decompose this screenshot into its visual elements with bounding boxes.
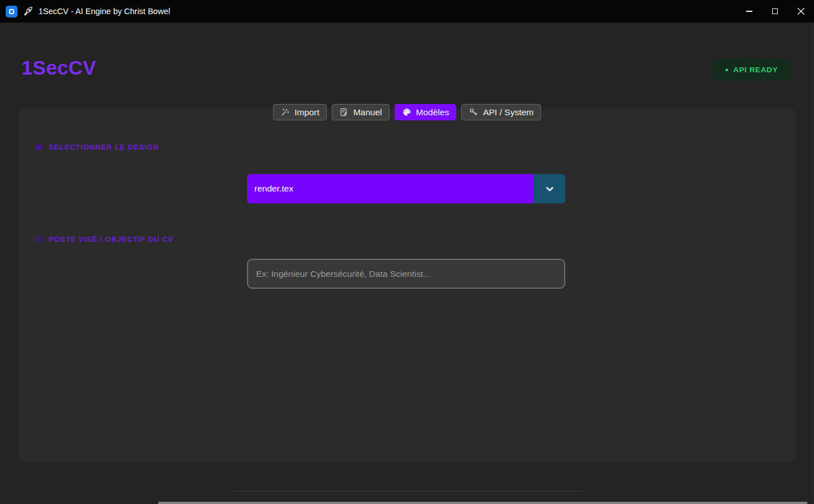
minimize-button[interactable] <box>736 0 762 23</box>
app-logo: 1SecCV <box>21 57 96 79</box>
design-select-dropdown-button[interactable] <box>534 174 565 203</box>
tab-api-system[interactable]: API / System <box>461 104 541 120</box>
design-select[interactable]: render.tex <box>247 174 565 203</box>
window-title: 1SecCV - AI Engine by Christ Bowel <box>38 7 170 16</box>
memo-icon <box>339 107 349 117</box>
objective-input[interactable] <box>247 259 565 289</box>
tab-modeles[interactable]: Modèles <box>395 104 457 120</box>
api-status-label: API READY <box>733 66 778 74</box>
status-dot-icon: ● <box>725 67 729 73</box>
titlebar-left: 1SecCV - AI Engine by Christ Bowel <box>0 6 170 18</box>
window-controls <box>736 0 814 23</box>
minimize-icon <box>746 11 752 12</box>
objective-label-text: POSTE VISÉ / OBJECTIF DU CV <box>49 235 174 244</box>
palette-icon <box>402 107 412 117</box>
tab-label: API / System <box>483 107 534 118</box>
horizontal-scrollbar-thumb[interactable] <box>158 502 807 504</box>
close-button[interactable] <box>788 0 814 23</box>
tab-label: Modèles <box>416 107 449 118</box>
target-icon <box>34 234 44 244</box>
palette-icon <box>34 142 44 152</box>
page: 1SecCV ● API READY Import <box>0 23 814 504</box>
magic-wand-icon <box>280 107 290 117</box>
app-window: 1SecCV - AI Engine by Christ Bowel 1SecC… <box>0 0 814 504</box>
tab-manuel[interactable]: Manuel <box>332 104 389 120</box>
tab-label: Import <box>295 107 319 118</box>
tab-import[interactable]: Import <box>273 104 327 120</box>
maximize-button[interactable] <box>762 0 788 23</box>
content-card: SÉLECTIONNER LE DESIGN render.tex POSTE … <box>18 108 796 462</box>
close-icon <box>798 8 804 15</box>
design-select-value[interactable]: render.tex <box>247 174 534 203</box>
chevron-down-icon <box>544 183 556 195</box>
tabbar: Import Manuel <box>0 104 814 120</box>
app-icon <box>6 6 18 18</box>
objective-section-label: POSTE VISÉ / OBJECTIF DU CV <box>34 234 174 244</box>
vertical-scrollbar-track <box>809 23 814 502</box>
footer-divider <box>232 491 582 492</box>
maximize-icon <box>772 8 778 14</box>
key-icon <box>469 107 478 117</box>
titlebar[interactable]: 1SecCV - AI Engine by Christ Bowel <box>0 0 814 23</box>
api-status-badge: ● API READY <box>712 58 790 81</box>
design-section-label: SÉLECTIONNER LE DESIGN <box>34 142 159 152</box>
tab-label: Manuel <box>353 107 382 118</box>
rocket-icon <box>23 6 33 17</box>
design-label-text: SÉLECTIONNER LE DESIGN <box>49 143 159 151</box>
